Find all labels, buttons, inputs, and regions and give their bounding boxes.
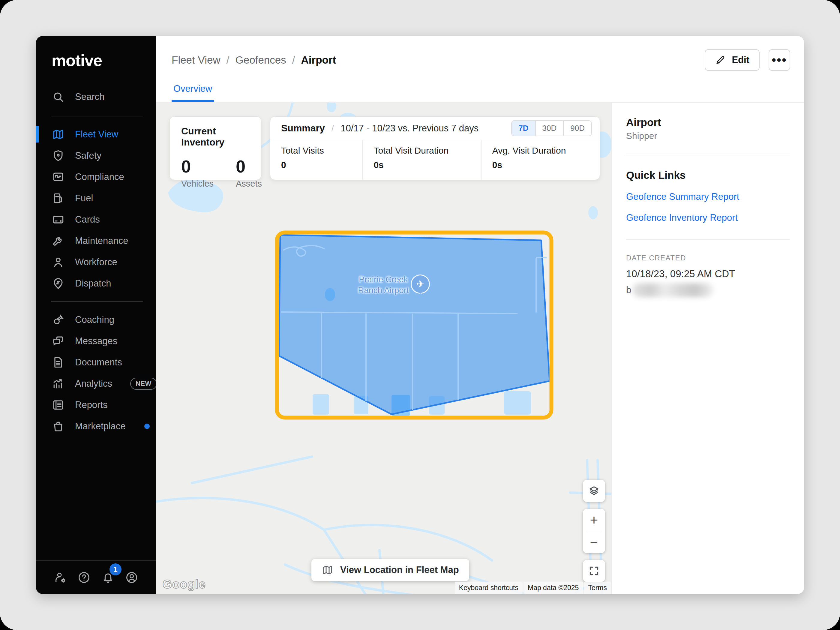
stat-total-visit-duration: Total Visit Duration 0s: [362, 140, 481, 180]
map-fullscreen-button[interactable]: [583, 560, 605, 582]
motive-logo: motive: [36, 36, 156, 69]
notification-count-badge: 1: [109, 564, 122, 575]
compliance-icon: [52, 171, 65, 183]
desktop-background: motive Search Fleet View Safety Complian…: [0, 0, 840, 630]
sidebar-item-label: Cards: [75, 214, 100, 225]
summary-card: Summary / 10/17 - 10/23 vs. Previous 7 d…: [270, 117, 600, 180]
sidebar-item-label: Compliance: [75, 172, 124, 182]
geofence-summary-report-link[interactable]: Geofence Summary Report: [626, 191, 789, 202]
period-30d-button[interactable]: 30D: [535, 121, 564, 136]
summary-date-range: 10/17 - 10/23 vs. Previous 7 days: [341, 123, 478, 134]
fuel-pump-icon: [52, 192, 65, 205]
geofence-name: Airport: [626, 117, 789, 128]
breadcrumb-separator: /: [292, 54, 295, 66]
sidebar-item-label: Coaching: [75, 314, 114, 325]
created-by-row: b: [626, 283, 789, 297]
summary-title: Summary: [281, 123, 325, 134]
sidebar-item-cards[interactable]: Cards: [36, 209, 156, 230]
period-segmented-control: 7D 30D 90D: [511, 120, 592, 136]
overview-body: Prairie Creek Ranch Airport ✈ Current In…: [156, 103, 804, 594]
account-button[interactable]: [124, 570, 139, 585]
report-icon: [52, 398, 65, 412]
sidebar-item-safety[interactable]: Safety: [36, 145, 156, 166]
summary-separator: /: [332, 123, 334, 134]
panel-divider: [626, 239, 789, 240]
sidebar-item-fleet-view[interactable]: Fleet View: [36, 123, 156, 145]
main-content: Fleet View / Geofences / Airport Edit ••…: [156, 36, 804, 594]
fullscreen-icon: [588, 565, 600, 577]
vehicles-count: 0: [181, 156, 213, 177]
analytics-chart-icon: [52, 377, 65, 390]
vehicles-label: Vehicles: [181, 179, 213, 189]
keyboard-shortcuts-link[interactable]: Keyboard shortcuts: [455, 582, 523, 594]
sidebar-item-analytics[interactable]: Analytics NEW: [36, 373, 156, 394]
sidebar-item-compliance[interactable]: Compliance: [36, 166, 156, 188]
details-panel: Airport Shipper Quick Links Geofence Sum…: [611, 103, 804, 594]
period-7d-button[interactable]: 7D: [512, 121, 535, 136]
zoom-out-button[interactable]: −: [583, 531, 605, 553]
sidebar-item-coaching[interactable]: Coaching: [36, 309, 156, 330]
view-location-fleet-map-button[interactable]: View Location in Fleet Map: [311, 559, 469, 581]
new-badge: NEW: [130, 378, 157, 390]
google-logo: Google: [163, 578, 206, 591]
redacted-author-name: [632, 283, 714, 297]
summary-stats: Total Visits 0 Total Visit Duration 0s A…: [270, 140, 600, 180]
chat-bubbles-icon: [52, 335, 65, 348]
edit-button[interactable]: Edit: [705, 49, 759, 71]
notifications-button[interactable]: 1: [101, 570, 115, 585]
sidebar-item-label: Analytics: [75, 378, 112, 389]
sidebar-footer: 1: [36, 561, 156, 594]
sidebar-item-label: Documents: [75, 357, 122, 368]
breadcrumb-separator: /: [226, 54, 229, 66]
more-options-button[interactable]: •••: [769, 49, 790, 71]
geofence-map[interactable]: Prairie Creek Ranch Airport ✈ Current In…: [156, 103, 611, 594]
sidebar-item-label: Maintenance: [75, 235, 128, 246]
inventory-stat-assets: 0 Assets: [236, 156, 262, 189]
assets-count: 0: [236, 156, 262, 177]
wrench-icon: [52, 234, 65, 248]
geofence-inventory-report-link[interactable]: Geofence Inventory Report: [626, 212, 789, 223]
summary-header: Summary / 10/17 - 10/23 vs. Previous 7 d…: [270, 117, 600, 140]
help-button[interactable]: [76, 570, 92, 585]
layers-icon: [588, 485, 600, 497]
geofence-type: Shipper: [626, 131, 789, 141]
help-circle-icon: [77, 571, 91, 584]
map-layers-button[interactable]: [583, 480, 605, 502]
panel-divider: [626, 153, 789, 154]
sidebar-item-label: Messages: [75, 336, 117, 346]
created-by-prefix: b: [626, 285, 631, 295]
tab-overview[interactable]: Overview: [172, 84, 214, 102]
period-90d-button[interactable]: 90D: [563, 121, 591, 136]
sidebar-item-search[interactable]: Search: [36, 85, 156, 109]
airport-pin-icon: ✈: [412, 275, 429, 293]
tab-bar: Overview: [156, 84, 804, 103]
sidebar-item-maintenance[interactable]: Maintenance: [36, 230, 156, 251]
sidebar-item-documents[interactable]: Documents: [36, 352, 156, 373]
sidebar-item-fuel[interactable]: Fuel: [36, 188, 156, 209]
inventory-card-title: Current Inventory: [181, 126, 249, 148]
zoom-in-button[interactable]: +: [583, 509, 605, 531]
sidebar-item-workforce[interactable]: Workforce: [36, 251, 156, 273]
sidebar-divider: [51, 301, 143, 302]
terms-link[interactable]: Terms: [584, 582, 611, 594]
fab-label: View Location in Fleet Map: [340, 565, 459, 575]
sidebar-item-reports[interactable]: Reports: [36, 394, 156, 415]
person-icon: [52, 256, 65, 269]
user-gear-icon: [54, 571, 67, 584]
sidebar-item-label: Fuel: [75, 193, 93, 204]
breadcrumb-geofences[interactable]: Geofences: [235, 54, 286, 66]
shopping-bag-icon: [52, 420, 65, 433]
sidebar-item-label: Dispatch: [75, 278, 111, 289]
sidebar-item-marketplace[interactable]: Marketplace: [36, 415, 156, 437]
map-icon: [52, 128, 65, 141]
breadcrumb: Fleet View / Geofences / Airport: [172, 54, 336, 66]
sidebar-item-label: Search: [75, 92, 104, 102]
dispatch-pin-icon: [52, 277, 65, 290]
sidebar-item-label: Fleet View: [75, 129, 118, 140]
sidebar-item-messages[interactable]: Messages: [36, 330, 156, 352]
credit-card-icon: [52, 213, 65, 226]
breadcrumb-fleet-view[interactable]: Fleet View: [172, 54, 221, 66]
sidebar-item-dispatch[interactable]: Dispatch: [36, 273, 156, 294]
admin-settings-button[interactable]: [53, 570, 68, 585]
search-icon: [52, 90, 65, 104]
